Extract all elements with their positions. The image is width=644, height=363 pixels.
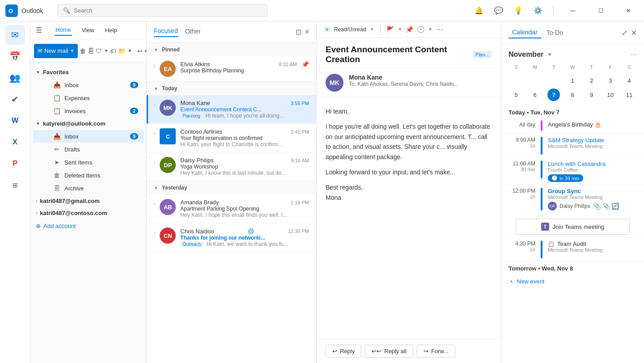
nav-apps[interactable]: ⊞ xyxy=(5,175,25,195)
account2-header[interactable]: › katri0487@gmail.com xyxy=(30,195,146,207)
sidebar-item-inbox-fav[interactable]: 📥 Inbox 9 xyxy=(33,79,144,91)
settings-icon[interactable]: ⚙️ xyxy=(532,4,544,17)
lightbulb-icon[interactable]: 💡 xyxy=(512,4,525,17)
read-unread-label[interactable]: Read/Unread xyxy=(334,26,366,33)
close-panel-icon[interactable]: ✕ xyxy=(631,29,637,37)
favorites-header[interactable]: ▼ Favorites xyxy=(30,66,146,78)
search-input[interactable] xyxy=(74,7,261,14)
tab-todo[interactable]: To-Do xyxy=(543,27,567,38)
reply-all-button[interactable]: ↩↩ Reply all xyxy=(365,345,413,358)
email-list-panel: Focused Other ⊡ ≡ ▼ Pinned › EA Elvia At… xyxy=(147,21,317,363)
new-mail-button[interactable]: ✉ New mail ▼ xyxy=(34,44,78,58)
event-allday-birthday[interactable]: All day Angela's Birthday 🎂 xyxy=(501,118,644,134)
protect-dropdown[interactable]: ▼ xyxy=(104,44,108,58)
email-item-5[interactable]: › AB Amanda Brady 1:18 PM Apartment Park… xyxy=(147,194,316,223)
svg-text:O: O xyxy=(8,8,13,14)
expand-5[interactable]: › xyxy=(154,202,155,207)
sidebar-item-expenses-fav[interactable]: 📋 Expenses xyxy=(33,92,144,104)
reminder-button[interactable]: 🕐 xyxy=(417,26,424,33)
reading-pane-meta: MK Mona Kane To: Katri Ahokas; Serena Da… xyxy=(317,68,501,97)
expand-2[interactable]: › xyxy=(154,102,155,107)
expand-3[interactable]: › xyxy=(154,131,155,136)
tab-other[interactable]: Other xyxy=(185,28,201,37)
new-mail-dropdown-arrow[interactable]: ▼ xyxy=(70,48,74,53)
account1-header[interactable]: ▼ katyreid@outlook.com xyxy=(30,118,146,130)
tag-button[interactable]: 🏷 xyxy=(110,44,116,58)
menu-help[interactable]: Help xyxy=(104,25,118,35)
expand-4[interactable]: › xyxy=(154,160,155,165)
flag-button[interactable]: 🚩 xyxy=(386,26,394,33)
filter-layout-icon[interactable]: ⊡ xyxy=(296,28,301,36)
email-item-6[interactable]: › CN Chris Naidoo @ 12:30 PM Thanks for … xyxy=(147,223,316,252)
expand-1[interactable]: › xyxy=(154,63,155,68)
nav-excel[interactable]: X xyxy=(5,132,25,152)
sidebar-item-account1-deleted[interactable]: 🗑 Deleted Items xyxy=(33,169,144,182)
protect-button[interactable]: 🛡 xyxy=(96,44,102,58)
forward-button[interactable]: ↪ Forw... xyxy=(417,345,455,358)
event-strategy-update[interactable]: 9:00 AM 1h S&M Strategy Update Microsoft… xyxy=(501,134,644,158)
sidebar-item-account1-sent[interactable]: ➤ Sent Items xyxy=(33,156,144,169)
notification-icon[interactable]: 🔔 xyxy=(473,4,485,17)
nav-people[interactable]: 👥 xyxy=(5,68,25,88)
read-unread-button[interactable]: 📧 xyxy=(324,26,330,33)
join-teams-button[interactable]: T Join Teams meeting xyxy=(516,219,630,235)
calendar-more-options[interactable]: ··· xyxy=(630,50,637,59)
menu-view[interactable]: View xyxy=(81,25,95,35)
chat-icon[interactable]: 💬 xyxy=(492,4,505,17)
pin-button[interactable]: 📌 xyxy=(406,26,413,33)
reply-button[interactable]: ↩ Reply xyxy=(326,345,361,358)
right-panel-tabs: Calendar To-Do ⤢ ✕ xyxy=(501,21,644,44)
reading-actions: ↩ Reply ↩↩ Reply all ↪ Forw... xyxy=(317,339,501,363)
tab-calendar[interactable]: Calendar xyxy=(508,27,541,38)
group-today[interactable]: ▼ Today xyxy=(147,82,316,95)
maximize-button[interactable]: ☐ xyxy=(590,4,611,18)
reading-tag: Plan... xyxy=(473,51,492,58)
search-bar[interactable]: 🔍 xyxy=(57,4,267,17)
group-yesterday[interactable]: ▼ Yesterday xyxy=(147,181,316,194)
expand-6[interactable]: › xyxy=(154,230,155,235)
add-account-button[interactable]: ⊕ Add account xyxy=(30,219,146,233)
nav-word[interactable]: W xyxy=(5,111,25,131)
group-pinned[interactable]: ▼ Pinned xyxy=(147,43,316,56)
event-group-sync[interactable]: 12:00 PM 1h Group Sync Microsoft Teams M… xyxy=(501,185,644,238)
close-button[interactable]: ✕ xyxy=(618,4,639,18)
event-lunch-cassandra[interactable]: 11:00 AM 30 min Lunch with Cassandra Fou… xyxy=(501,158,644,185)
toolbar: ✉ New mail ▼ 🗑 🗄 🛡 ▼ 🏷 📁 ▼ ↩ ↩↩ ↪ ▼ ⚡ Qu… xyxy=(30,39,146,63)
delete-button[interactable]: 🗑 xyxy=(80,44,86,58)
menu-home[interactable]: Home xyxy=(55,25,72,36)
undo-button[interactable]: ↩ xyxy=(137,44,143,58)
email-item-4[interactable]: › DP Daisy Philips 9:16 AM Yoga Workshop… xyxy=(147,152,316,181)
email-item-2[interactable]: › MK Mona Kane 3:55 PM Event Announcemen… xyxy=(147,95,316,124)
hamburger-icon[interactable]: ☰ xyxy=(36,26,42,34)
sidebar-content: ▼ Favorites 📥 Inbox 9 📋 Expenses 📋 Invoi… xyxy=(30,63,146,363)
sidebar-item-account1-archive[interactable]: 🗄 Archive xyxy=(33,182,144,194)
nav-powerpoint[interactable]: P xyxy=(5,154,25,173)
tab-focused[interactable]: Focused xyxy=(154,27,178,37)
nav-calendar[interactable]: 📅 xyxy=(5,46,25,66)
archive-button[interactable]: 🗄 xyxy=(88,44,94,58)
sidebar-item-account1-drafts[interactable]: ✏ Drafts xyxy=(33,143,144,156)
minimize-button[interactable]: — xyxy=(563,4,583,18)
move-button[interactable]: 📁 xyxy=(118,44,126,58)
nav-tasks[interactable]: ✔ xyxy=(5,89,25,109)
calendar-today[interactable]: 7 xyxy=(547,89,560,101)
move-dropdown[interactable]: ▼ xyxy=(127,44,132,58)
sidebar-item-invoices-fav[interactable]: 📋 Invoices 2 xyxy=(33,105,144,117)
expenses-icon: 📋 xyxy=(53,94,61,101)
sidebar: ☰ Home View Help ✉ New mail ▼ 🗑 🗄 🛡 ▼ 🏷 … xyxy=(30,21,147,363)
event-team-audit[interactable]: 4:30 PM 1h 📋 Team Audit Microsoft Teams … xyxy=(501,238,644,262)
more-reading-button[interactable]: ⋯ xyxy=(436,25,443,34)
expand-panel-icon[interactable]: ⤢ xyxy=(622,29,627,37)
pin-icon-1: 📌 xyxy=(301,61,309,68)
email-item-1[interactable]: › EA Elvia Atkins 8:32 AM Surprise Birth… xyxy=(147,56,316,82)
event-bar-sync xyxy=(541,188,542,211)
reading-pane-title-row: Event Announcement Content Creation Plan… xyxy=(317,38,501,68)
month-chevron-down[interactable]: ▼ xyxy=(547,51,552,58)
nav-mail[interactable]: ✉ xyxy=(5,25,25,45)
email-item-3[interactable]: › C Contoso Airlines 2:41 PM Your flight… xyxy=(147,124,316,152)
new-mail-icon: ✉ xyxy=(38,47,42,54)
sidebar-item-account1-inbox[interactable]: 📥 Inbox 9 xyxy=(33,130,144,143)
account3-header[interactable]: › katri0487@contoso.com xyxy=(30,207,146,219)
new-event-button[interactable]: ＋ New event xyxy=(501,274,644,289)
sort-icon[interactable]: ≡ xyxy=(305,28,309,36)
